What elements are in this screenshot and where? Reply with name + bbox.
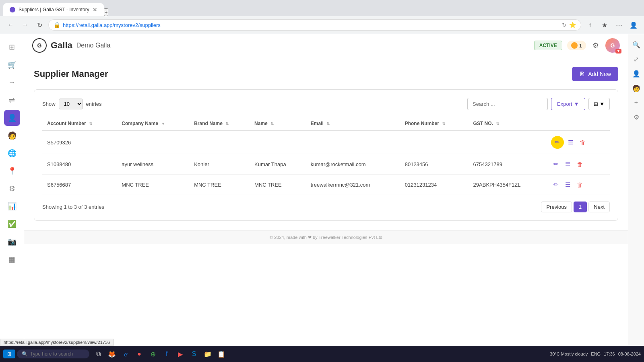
show-entries-control: Show 10 25 50 100 entries bbox=[42, 99, 102, 109]
right-icon-settings[interactable]: ⚙ bbox=[631, 111, 642, 123]
cell-brand-2: MNC TREE bbox=[189, 175, 250, 195]
add-new-button[interactable]: 🖹 Add New bbox=[572, 67, 618, 81]
url-status-bar: https://retail.galla.app/mystorev2/suppl… bbox=[0, 339, 114, 346]
active-browser-tab[interactable]: Suppliers | Galla GST - Inventory ✕ bbox=[3, 3, 104, 16]
new-tab-button[interactable]: + bbox=[104, 8, 109, 16]
header-settings-button[interactable]: ⚙ bbox=[591, 39, 601, 51]
logo-icon: G bbox=[32, 38, 47, 53]
show-label: Show bbox=[42, 101, 56, 107]
view-toggle-icon: ⊞ ▼ bbox=[594, 101, 605, 107]
table-row: S6756687 MNC TREE MNC TREE MNC TREE tree… bbox=[42, 175, 610, 195]
cell-company-0 bbox=[117, 131, 189, 154]
cell-gst-1: 6754321789 bbox=[469, 154, 546, 175]
col-name: Name ⇅ bbox=[250, 117, 306, 131]
header-right: ACTIVE 1 ⚙ G ▼ bbox=[534, 38, 620, 53]
cell-brand-1: Kohler bbox=[189, 154, 250, 175]
taskbar-icon-skype[interactable]: S bbox=[188, 348, 200, 360]
table-header-row: Account Number ⇅ Company Name ▼ Brand Na… bbox=[42, 117, 610, 131]
sort-icon-phone: ⇅ bbox=[442, 121, 445, 126]
sort-icon-company: ▼ bbox=[161, 121, 165, 126]
delete-button-1[interactable]: 🗑 bbox=[574, 159, 585, 169]
active-badge: ACTIVE bbox=[534, 41, 562, 50]
showing-text: Showing 1 to 3 of 3 entries bbox=[42, 204, 104, 210]
tab-favicon bbox=[10, 7, 15, 12]
avatar[interactable]: G ▼ bbox=[605, 38, 620, 53]
taskbar-icon-clipboard[interactable]: 📋 bbox=[216, 348, 227, 360]
main-content: G Galla Demo Galla ACTIVE 1 ⚙ G ▼ Suppl bbox=[24, 34, 628, 362]
taskbar-search-icon: 🔍 bbox=[22, 351, 28, 357]
table-row: S1038480 ayur wellness Kohler Kumar Thap… bbox=[42, 154, 610, 175]
reload-button[interactable]: ↻ bbox=[34, 19, 45, 31]
taskbar-icon-circle[interactable]: ● bbox=[134, 348, 145, 360]
coin-badge: 1 bbox=[567, 41, 586, 50]
start-button[interactable]: ⊞ bbox=[3, 350, 15, 358]
share-button[interactable]: ↑ bbox=[584, 19, 596, 31]
taskbar-search[interactable]: 🔍 bbox=[17, 350, 89, 358]
sidebar-icon-inventory[interactable]: 🛒 bbox=[4, 57, 20, 73]
cell-account-1: S1038480 bbox=[42, 154, 117, 175]
sidebar-icon-camera[interactable]: 📷 bbox=[4, 234, 20, 250]
footer-text: © 2024, made with ❤ by Treewalker Techno… bbox=[270, 235, 382, 240]
bookmark-button[interactable]: ★ bbox=[599, 19, 610, 31]
sidebar-icon-delivery[interactable]: ⇌ bbox=[4, 92, 20, 108]
right-icon-expand[interactable]: ⤢ bbox=[631, 53, 642, 65]
col-email: Email ⇅ bbox=[306, 117, 400, 131]
delete-button-0[interactable]: 🗑 bbox=[577, 138, 588, 148]
sidebar-icon-globe[interactable]: 🌐 bbox=[4, 145, 20, 161]
right-icon-person[interactable]: 🧑 bbox=[631, 82, 642, 94]
sidebar-icon-location[interactable]: 📍 bbox=[4, 163, 20, 179]
sidebar-left: ⊞ 🛒 → ⇌ 👤 🧑 🌐 📍 ⚙ 📊 ✅ 📷 ▦ bbox=[0, 34, 24, 362]
sidebar-icon-arrow[interactable]: → bbox=[4, 74, 20, 90]
sidebar-icon-person[interactable]: 🧑 bbox=[4, 128, 20, 144]
next-button[interactable]: Next bbox=[588, 202, 610, 212]
taskbar-icon-firefox[interactable]: 🦊 bbox=[106, 348, 118, 360]
export-button[interactable]: Export ▼ bbox=[551, 98, 585, 110]
edit-button-1[interactable]: ✏ bbox=[551, 159, 561, 169]
sidebar-icon-settings[interactable]: ⚙ bbox=[4, 181, 20, 197]
taskbar-search-input[interactable] bbox=[30, 351, 87, 357]
page-1-button[interactable]: 1 bbox=[574, 202, 587, 212]
browser-nav-bar: ← → ↻ 🔒 https://retail.galla.app/mystore… bbox=[0, 16, 644, 34]
forward-button[interactable]: → bbox=[19, 19, 31, 31]
list-button-0[interactable]: ☰ bbox=[566, 137, 576, 148]
previous-button[interactable]: Previous bbox=[541, 202, 572, 212]
sidebar-icon-tasks[interactable]: ✅ bbox=[4, 216, 20, 232]
sidebar-icon-barcode[interactable]: ▦ bbox=[4, 251, 20, 267]
list-button-1[interactable]: ☰ bbox=[563, 159, 573, 169]
more-button[interactable]: ⋯ bbox=[613, 19, 625, 31]
sidebar-icon-users[interactable]: 👤 bbox=[4, 110, 20, 126]
coin-count: 1 bbox=[579, 43, 582, 49]
cell-name-0 bbox=[250, 131, 306, 154]
profile-button[interactable]: 👤 bbox=[628, 19, 639, 31]
taskbar-icon-ie[interactable]: ℯ bbox=[120, 348, 131, 360]
page-title: Supplier Manager bbox=[34, 69, 108, 79]
cell-company-1: ayur wellness bbox=[117, 154, 189, 175]
right-icon-user[interactable]: 👤 bbox=[631, 68, 642, 79]
taskbar-icon-yt[interactable]: ▶ bbox=[175, 348, 186, 360]
edit-button-2[interactable]: ✏ bbox=[551, 179, 561, 190]
taskbar-icon-chrome[interactable]: ⊕ bbox=[147, 348, 159, 360]
taskbar-icon-folder[interactable]: 📁 bbox=[202, 348, 213, 360]
view-toggle-button[interactable]: ⊞ ▼ bbox=[588, 98, 610, 110]
taskbar-icon-multidesktop[interactable]: ⧉ bbox=[93, 348, 104, 360]
entries-label: entries bbox=[86, 101, 102, 107]
entries-select[interactable]: 10 25 50 100 bbox=[59, 99, 83, 109]
sidebar-icon-reports[interactable]: 📊 bbox=[4, 198, 20, 214]
taskbar-icon-fb[interactable]: f bbox=[161, 348, 172, 360]
cell-company-2: MNC TREE bbox=[117, 175, 189, 195]
sort-icon-gst: ⇅ bbox=[496, 121, 499, 126]
edit-button-0[interactable]: ✏ bbox=[551, 136, 564, 149]
address-bar[interactable]: 🔒 https://retail.galla.app/mystorev2/sup… bbox=[48, 19, 581, 31]
sidebar-icon-dashboard[interactable]: ⊞ bbox=[4, 39, 20, 55]
taskbar-time: 17:36 bbox=[604, 352, 615, 356]
list-button-2[interactable]: ☰ bbox=[563, 179, 573, 190]
right-icon-search[interactable]: 🔍 bbox=[631, 39, 642, 50]
delete-button-2[interactable]: 🗑 bbox=[574, 180, 585, 190]
tab-close-button[interactable]: ✕ bbox=[93, 6, 97, 13]
tab-title: Suppliers | Galla GST - Inventory bbox=[19, 7, 89, 12]
search-input[interactable] bbox=[467, 98, 548, 110]
right-icon-plus[interactable]: + bbox=[631, 97, 642, 108]
cell-name-1: Kumar Thapa bbox=[250, 154, 306, 175]
back-button[interactable]: ← bbox=[5, 19, 16, 31]
taskbar-right: 30°C Mostly cloudy ENG 17:36 08-08-2024 bbox=[550, 352, 641, 356]
